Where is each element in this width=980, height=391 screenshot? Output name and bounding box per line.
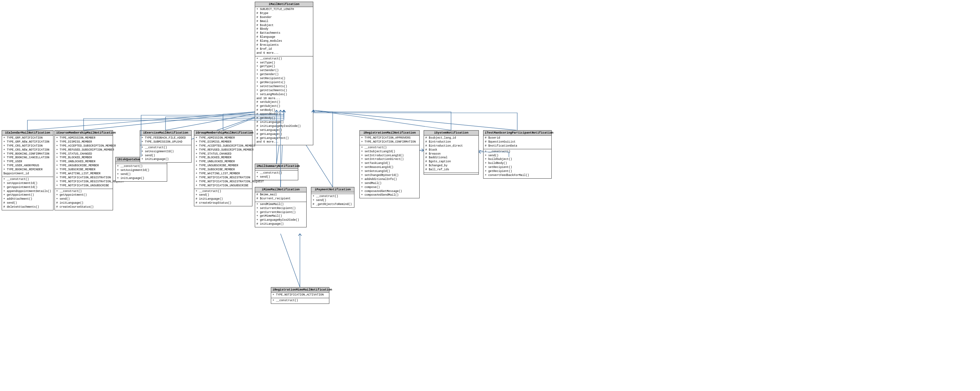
methods-iPaymentNotification: + __construct() + send() # _getObjectsTo…: [311, 194, 354, 207]
header-iSystemNotification: iSystemNotification: [424, 131, 479, 136]
attrs-iRegistrationMimeMailNotification: + TYPE_NOTIFICATION_ACTIVATION: [271, 293, 329, 298]
box-iRegistrationMimeMailNotification: iRegistrationMimeMailNotification + TYPE…: [271, 287, 329, 304]
box-iCalendarMailNotification: iCalendarMailNotification + TYPE_GRP_NOT…: [2, 130, 54, 211]
attrs-iTestManScoringParticipantNotification: # $userid # $questionGuiList # $notifica…: [484, 136, 551, 149]
attrs-iSystemNotification: # $subject_lang_id # $introduction # $in…: [424, 136, 479, 173]
svg-line-12: [313, 110, 517, 130]
header-iPaymentNotification: iPaymentNotification: [311, 187, 354, 192]
methods-iExerciseMailNotification: + __construct() + setAssignmentId() + se…: [140, 145, 191, 163]
svg-line-9: [313, 110, 451, 130]
attrs-iCourseMembershipMailNotification: + TYPE_ADMISSION_MEMBER + TYPE_DISMISS_M…: [55, 136, 113, 189]
header-iMimeMailNotification: iMimeMailNotification: [255, 187, 306, 192]
methods-iCalendarMailNotification: + __construct() + setAppointmentId() + g…: [2, 177, 53, 210]
methods-iGroupMembershipMailNotification: + __construct() + send() # initLanguage(…: [194, 189, 252, 206]
header-iMailSummaryNotification: iMailSummaryNotification: [255, 164, 298, 169]
box-iSystemNotification: iSystemNotification # $subject_lang_id #…: [424, 130, 479, 175]
box-iRegistrationMailNotification: iRegistrationMailNotification + TYPE_NOT…: [360, 130, 420, 198]
box-iGroupMembershipMailNotification: iGroupMembershipMailNotification + TYPE_…: [194, 130, 253, 206]
header-iMailNotification: iMailNotification: [255, 2, 313, 7]
box-iMailSummaryNotification: iMailSummaryNotification + __construct()…: [255, 164, 298, 180]
methods-iCourseMembershipMailNotification: + __construct() + getAppointment() + sen…: [55, 189, 113, 210]
header-iCourseMembershipMailNotification: iCourseMembershipMailNotification: [55, 131, 113, 136]
methods-iRegistrationMailNotification: + __construct() + setSubjectLangId() + s…: [360, 145, 419, 198]
methods-iMailNotification: + __construct() + setType() + getType() …: [255, 57, 313, 145]
attrs-iMailNotification: + SUBJECT_TITLE_LENGTH # $type # $sender…: [255, 7, 313, 57]
box-iMimeMailNotification: iMimeMailNotification # $mime_mail # $cu…: [255, 187, 307, 227]
svg-line-2: [84, 110, 274, 130]
attrs-iGroupMembershipMailNotification: + TYPE_ADMISSION_MEMBER + TYPE_DISMISS_M…: [194, 136, 252, 189]
header-iTestManScoringParticipantNotification: iTestManScoringParticipantNotification: [484, 131, 551, 136]
methods-iRegistrationMimeMailNotification: + __construct(): [271, 298, 329, 304]
header-iCalendarMailNotification: iCalendarMailNotification: [2, 131, 53, 136]
attrs-iRegistrationMailNotification: + TYPE_NOTIFICATION_APPROVERS + TYPE_NOT…: [360, 136, 419, 145]
methods-iMimeMailNotification: + sendMimeMail() + setCurrentRecipient()…: [255, 202, 306, 227]
header-iGroupMembershipMailNotification: iGroupMembershipMailNotification: [194, 131, 252, 136]
box-iCourseMembershipMailNotification: iCourseMembershipMailNotification + TYPE…: [54, 130, 113, 211]
attrs-iMimeMailNotification: # $mime_mail # $current_recipient: [255, 192, 306, 202]
methods-iMailSummaryNotification: + __construct() + send(): [255, 171, 298, 180]
header-iRegistrationMailNotification: iRegistrationMailNotification: [360, 131, 419, 136]
diagram-container: iMailNotification + SUBJECT_TITLE_LENGTH…: [0, 0, 980, 391]
box-iExerciseMailNotification: iExerciseMailNotification + TYPE_FEEDBAC…: [140, 130, 192, 163]
attrs-iExerciseMailNotification: + TYPE_FEEDBACK_FILE_ADDED + TYPE_SUBMIS…: [140, 136, 191, 145]
inheritance-lines: [0, 0, 980, 391]
svg-line-0: [27, 110, 274, 130]
methods-iDiskQuotaSummaryNotification: + __construct() + setAssignmentId() + se…: [116, 164, 167, 181]
header-iRegistrationMimeMailNotification: iRegistrationMimeMailNotification: [271, 288, 329, 293]
connectors-svg: [0, 0, 980, 391]
svg-line-13: [280, 234, 300, 287]
box-iPaymentNotification: iPaymentNotification + __construct() + s…: [311, 187, 355, 208]
attrs-iCalendarMailNotification: + TYPE_GRP_NOTIFICATION + TYPE_GRP_NEW_N…: [2, 136, 53, 177]
box-iTestManScoringParticipantNotification: iTestManScoringParticipantNotification #…: [483, 130, 552, 179]
methods-iSystemNotification: [424, 173, 479, 174]
header-iExerciseMailNotification: iExerciseMailNotification: [140, 131, 191, 136]
methods-iTestManScoringParticipantNotification: + __construct() + send() + buildSubject(…: [484, 149, 551, 178]
box-iMailNotification: iMailNotification + SUBJECT_TITLE_LENGTH…: [255, 2, 313, 145]
